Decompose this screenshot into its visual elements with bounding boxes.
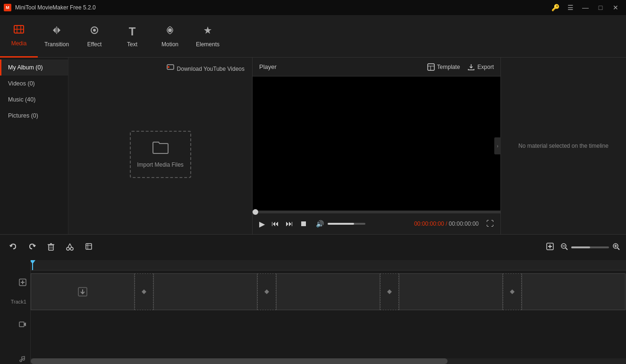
- track-transition-4[interactable]: [503, 273, 522, 310]
- toolbar-motion[interactable]: Motion: [151, 15, 189, 58]
- toolbar-transition-label: Transition: [44, 41, 69, 48]
- playhead-triangle: [31, 260, 35, 264]
- svg-line-30: [618, 248, 619, 250]
- svg-line-17: [70, 244, 72, 247]
- toolbar-motion-label: Motion: [161, 41, 178, 48]
- toolbar-transition[interactable]: Transition: [38, 15, 76, 58]
- player-panel: Player Template Export ▶ ⏮ ⏭ ⏹: [253, 58, 501, 234]
- timeline-area: Track1: [0, 260, 626, 364]
- player-header-right: Template Export: [427, 63, 494, 71]
- audio-track: [31, 313, 626, 337]
- template-button[interactable]: Template: [427, 63, 460, 71]
- sidebar-item-pictures[interactable]: Pictures (0): [0, 108, 68, 124]
- close-button[interactable]: ✕: [609, 1, 622, 14]
- minimize-button[interactable]: —: [579, 1, 592, 14]
- media-icon: [13, 24, 25, 37]
- export-label: Export: [477, 64, 494, 70]
- prev-button[interactable]: ⏮: [270, 218, 281, 230]
- redo-button[interactable]: [25, 239, 40, 256]
- progress-dot: [253, 209, 258, 215]
- motion-icon: [164, 25, 176, 38]
- time-separator: /: [446, 220, 449, 227]
- import-box[interactable]: Import Media Files: [130, 131, 191, 178]
- app-title: MiniTool MovieMaker Free 5.2.0: [15, 4, 96, 11]
- zoom-in-button[interactable]: [612, 242, 620, 253]
- video-track: [31, 271, 626, 313]
- toolbar-effect[interactable]: Effect: [76, 15, 113, 58]
- transition-icon: [51, 25, 62, 38]
- sidebar-item-my-album[interactable]: My Album (0): [0, 59, 68, 76]
- svg-point-6: [168, 66, 169, 68]
- track-cell-2[interactable]: [153, 273, 257, 310]
- svg-rect-18: [86, 244, 92, 249]
- fullscreen-button[interactable]: ⛶: [484, 218, 496, 230]
- add-clip-button[interactable]: [19, 279, 26, 288]
- player-controls: ▶ ⏮ ⏭ ⏹ 🔊 00:00:00:00 / 00:00:00:00 ⛶: [253, 213, 500, 234]
- svg-rect-10: [49, 245, 53, 250]
- player-header: Player Template Export: [253, 58, 500, 76]
- toolbar-elements[interactable]: Elements: [189, 15, 227, 58]
- zoom-fill: [571, 246, 590, 248]
- tracks-container: [31, 271, 626, 337]
- scrollbar-thumb[interactable]: [31, 358, 448, 364]
- download-bar[interactable]: Download YouTube Videos: [72, 61, 248, 76]
- volume-button[interactable]: 🔊: [314, 218, 326, 229]
- svg-rect-34: [19, 322, 24, 327]
- toolbar-media-label: Media: [11, 40, 27, 47]
- next-button[interactable]: ⏭: [284, 218, 295, 230]
- stop-button[interactable]: ⏹: [298, 218, 309, 230]
- sidebar-item-music[interactable]: Music (40): [0, 92, 68, 108]
- time-display: 00:00:00:00 / 00:00:00:00: [414, 220, 479, 227]
- play-button[interactable]: ▶: [257, 218, 267, 230]
- track-transition-2[interactable]: [257, 273, 276, 310]
- svg-line-16: [68, 244, 70, 247]
- zoom-controls: [543, 239, 620, 256]
- toolbar: Media Transition Effect T Text Motion El…: [0, 15, 626, 58]
- track-cell-4[interactable]: [399, 273, 503, 310]
- undo-button[interactable]: [6, 239, 21, 256]
- track-transition-1[interactable]: [135, 273, 153, 310]
- export-button[interactable]: Export: [467, 63, 494, 71]
- playhead[interactable]: [32, 260, 33, 270]
- toolbar-media[interactable]: Media: [0, 15, 38, 58]
- track-cell-5[interactable]: [522, 273, 626, 310]
- maximize-button[interactable]: □: [594, 1, 607, 14]
- player-title: Player: [259, 63, 277, 70]
- volume-fill: [328, 223, 354, 225]
- timeline-content: [31, 260, 626, 364]
- menu-button[interactable]: ☰: [564, 1, 577, 14]
- add-track-button[interactable]: [543, 239, 557, 256]
- track-transition-3[interactable]: [380, 273, 399, 310]
- delete-button[interactable]: [43, 239, 59, 256]
- time-total: 00:00:00:00: [449, 220, 479, 227]
- video-viewport: [253, 76, 500, 211]
- import-label: Import Media Files: [137, 161, 184, 168]
- toolbar-text[interactable]: T Text: [113, 15, 151, 58]
- svg-point-4: [168, 28, 172, 32]
- volume-slider[interactable]: [328, 223, 365, 225]
- app-logo: M: [4, 4, 11, 11]
- text-icon: T: [129, 25, 136, 38]
- timeline-ruler: [31, 260, 626, 271]
- collapse-button[interactable]: ›: [494, 137, 501, 154]
- key-button[interactable]: 🔑: [549, 1, 562, 14]
- track-cell-1[interactable]: [31, 273, 135, 310]
- media-content: Download YouTube Videos Import Media Fil…: [68, 58, 252, 234]
- title-bar: M MiniTool MovieMaker Free 5.2.0 🔑 ☰ — □…: [0, 0, 626, 15]
- cut-button[interactable]: [62, 239, 77, 256]
- player-progress[interactable]: [253, 211, 500, 213]
- track-video-icon: [19, 321, 26, 330]
- svg-point-14: [67, 247, 69, 250]
- timeline-scrollbar[interactable]: [31, 358, 626, 364]
- right-panel: › No material selected on the timeline: [501, 58, 626, 234]
- track-music-icon: [19, 355, 26, 364]
- folder-icon: [152, 140, 169, 158]
- sidebar-item-videos[interactable]: Videos (0): [0, 76, 68, 92]
- timeline-toolbar: [0, 234, 626, 260]
- toolbar-elements-label: Elements: [196, 41, 220, 48]
- zoom-slider[interactable]: [571, 246, 609, 248]
- track-cell-3[interactable]: [276, 273, 380, 310]
- svg-point-3: [93, 29, 96, 32]
- zoom-out-button[interactable]: [560, 242, 568, 253]
- crop-button[interactable]: [81, 239, 96, 256]
